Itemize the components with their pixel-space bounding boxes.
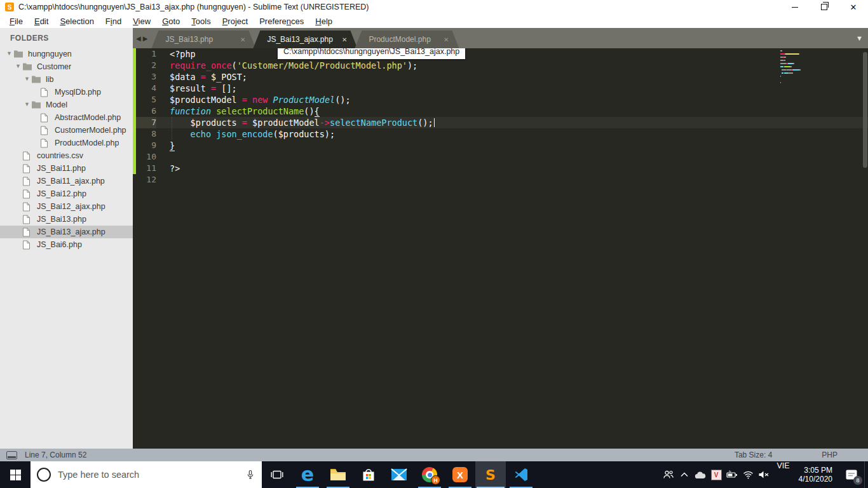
tray-battery-icon[interactable] (724, 470, 740, 479)
taskbar-search[interactable] (31, 461, 262, 488)
sidebar-item-js-bai11-ajax-php[interactable]: JS_Bai11_ajax.php (0, 175, 133, 187)
tab-label: JS_Bai13.php (165, 35, 213, 44)
menu-item-selection[interactable]: Selection (54, 15, 99, 27)
taskbar-app-vscode[interactable] (506, 461, 536, 488)
tab-js-bai13-ajax-php[interactable]: JS_Bai13_ajax.php✕ (253, 30, 357, 48)
tab-close-icon[interactable]: ✕ (341, 35, 348, 44)
taskbar-app-xampp[interactable]: X (445, 461, 475, 488)
code-line-12[interactable]: 12 (133, 174, 868, 186)
tray-chevron-up-icon[interactable] (677, 471, 693, 478)
show-desktop-strip[interactable] (864, 461, 868, 488)
tab-size-indicator[interactable]: Tab Size: 4 (735, 451, 772, 459)
tab-overflow-dropdown-icon[interactable]: ▼ (856, 34, 863, 42)
menu-item-edit[interactable]: Edit (29, 15, 54, 27)
tab-close-icon[interactable]: ✕ (239, 35, 247, 44)
minimap-line (780, 50, 827, 51)
file-icon (22, 240, 32, 249)
taskbar-app-edge[interactable]: e (292, 461, 323, 488)
sidebar-item-js-bai12-ajax-php[interactable]: JS_Bai12_ajax.php (0, 200, 133, 213)
syntax-indicator[interactable]: PHP (822, 451, 837, 459)
action-center-button[interactable]: 8 (839, 461, 864, 488)
disclosure-triangle-icon[interactable]: ▼ (23, 76, 31, 82)
close-button[interactable]: ✕ (839, 0, 868, 14)
code-line-10[interactable]: 10 (133, 151, 868, 163)
code-text: function selectProductName(){ (170, 105, 320, 117)
sidebar-item-model[interactable]: ▼Model (0, 98, 133, 111)
sidebar-item-productmodel-php[interactable]: ProductModel.php (0, 137, 133, 149)
minimap[interactable] (780, 50, 827, 88)
menu-item-project[interactable]: Project (217, 15, 254, 27)
sidebar-item-customer[interactable]: ▼Customer (0, 60, 133, 73)
minimap-line (780, 82, 827, 83)
sidebar-item-js-bai11-php[interactable]: JS_Bai11.php (0, 162, 133, 175)
sidebar-item-countries-csv[interactable]: countries.csv (0, 149, 133, 162)
menu-item-preferences[interactable]: Preferences (254, 15, 309, 27)
tab-close-icon[interactable]: ✕ (442, 35, 450, 44)
minimize-button[interactable] (780, 0, 810, 14)
tab-productmodel-php[interactable]: ProductModel.php✕ (355, 30, 459, 48)
tray-wifi-icon[interactable] (740, 470, 756, 479)
code-line-4[interactable]: 4$result = []; (133, 83, 868, 94)
panel-toggle-icon[interactable] (6, 451, 17, 459)
clock-date: 4/10/2020 (799, 475, 832, 484)
disclosure-triangle-icon[interactable]: ▼ (23, 101, 31, 107)
line-number: 4 (133, 83, 156, 94)
code-line-8[interactable]: 8 echo json_encode($products); (133, 128, 868, 140)
text-caret (434, 118, 435, 127)
sidebar-item-js-bai13-php[interactable]: JS_Bai13.php (0, 213, 133, 226)
taskbar-app-chrome[interactable]: H (414, 461, 445, 488)
taskbar-app-mail[interactable] (384, 461, 414, 488)
menu-item-find[interactable]: Find (100, 15, 127, 27)
microphone-icon[interactable] (245, 470, 255, 480)
tab-scroll-left-icon[interactable]: ◀ (136, 35, 141, 42)
language-indicator[interactable]: VIE (772, 461, 795, 488)
sidebar-item-mysqldb-php[interactable]: MysqlDb.php (0, 86, 133, 98)
sidebar-item-lib[interactable]: ▼lib (0, 73, 133, 86)
code-line-6[interactable]: 6function selectProductName(){ (133, 105, 868, 117)
start-button[interactable] (0, 461, 31, 488)
vertical-scrollbar[interactable] (863, 52, 867, 168)
code-line-3[interactable]: 3$data = $_POST; (133, 71, 868, 83)
sidebar-item-label: AbstractModel.php (55, 113, 121, 122)
tab-js-bai13-php[interactable]: JS_Bai13.php✕ (151, 30, 255, 48)
menu-item-tools[interactable]: Tools (186, 15, 216, 27)
code-line-1[interactable]: 1<?php (133, 48, 868, 60)
sidebar-item-abstractmodel-php[interactable]: AbstractModel.php (0, 111, 133, 124)
code-text: <?php (170, 48, 196, 60)
line-number: 2 (133, 60, 156, 71)
menu-item-file[interactable]: File (4, 15, 29, 27)
taskbar-app-file-explorer[interactable] (323, 461, 353, 488)
restore-button[interactable] (810, 0, 839, 14)
taskbar-app-store[interactable] (353, 461, 384, 488)
task-view-button[interactable] (262, 461, 292, 488)
menu-item-help[interactable]: Help (309, 15, 338, 27)
tray-cloud-icon[interactable] (693, 471, 709, 479)
menu-item-goto[interactable]: Goto (156, 15, 186, 27)
tab-scroll-right-icon[interactable]: ▶ (143, 35, 148, 42)
tray-people-icon[interactable] (661, 470, 677, 480)
tray-antivirus-v-icon[interactable]: V (709, 470, 724, 480)
minimap-line (780, 66, 827, 67)
file-icon (22, 227, 32, 236)
code-line-11[interactable]: 11?> (133, 163, 868, 174)
sidebar-item-js-bai13-ajax-php[interactable]: JS_Bai13_ajax.php (0, 226, 133, 238)
window-title: C:\xampp\htdocs\hungnguyen\JS_Bai13_ajax… (18, 3, 369, 11)
sidebar-item-js-bai6-php[interactable]: JS_Bai6.php (0, 238, 133, 251)
menu-item-view[interactable]: View (127, 15, 156, 27)
taskbar-clock[interactable]: 3:05 PM 4/10/2020 (795, 461, 839, 488)
code-line-9[interactable]: 9} (133, 140, 868, 151)
search-input[interactable] (57, 469, 240, 480)
code-line-2[interactable]: 2require_once('Customer/Model/ProductMod… (133, 60, 868, 71)
code-area[interactable]: 1<?php2require_once('Customer/Model/Prod… (133, 48, 868, 449)
taskbar-app-sublime[interactable]: S (475, 461, 506, 488)
sidebar-item-label: JS_Bai6.php (37, 240, 82, 249)
disclosure-triangle-icon[interactable]: ▼ (14, 63, 22, 69)
code-line-5[interactable]: 5$productModel = new ProductModel(); (133, 94, 868, 105)
sidebar-item-js-bai12-php[interactable]: JS_Bai12.php (0, 187, 133, 200)
folders-header: FOLDERS (0, 28, 133, 48)
sidebar-item-hungnguyen[interactable]: ▼hungnguyen (0, 48, 133, 60)
code-line-7[interactable]: 7 $products = $productModel->selectNameP… (133, 117, 868, 128)
sidebar-item-customermodel-php[interactable]: CustomerModel.php (0, 124, 133, 137)
disclosure-triangle-icon[interactable]: ▼ (5, 50, 13, 57)
tray-volume-muted-icon[interactable] (756, 470, 772, 479)
